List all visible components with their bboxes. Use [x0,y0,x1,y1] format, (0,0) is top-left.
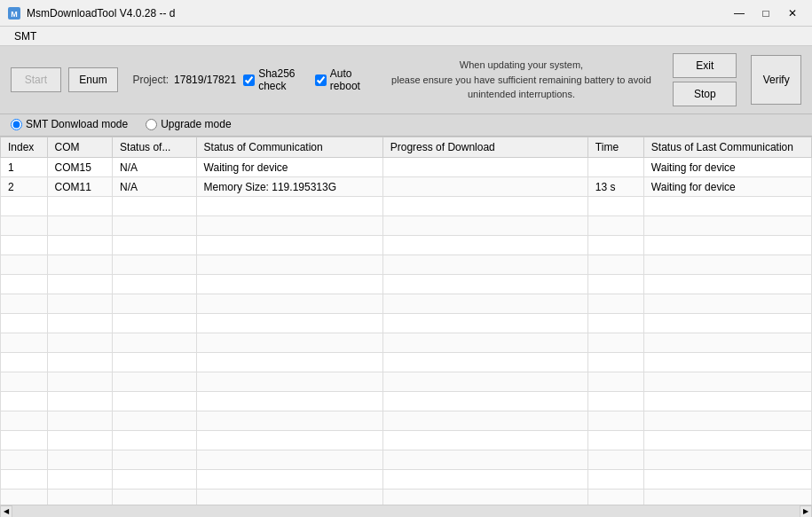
table-header-row: Index COM Status of... Status of Communi… [1,137,812,158]
verify-button[interactable]: Verify [751,55,801,105]
auto-reboot-checkbox[interactable] [315,74,327,86]
table-row: 1 COM15 N/A Waiting for device Waiting f… [1,158,812,177]
cell-last-comm: Waiting for device [643,158,811,177]
smt-mode-group: SMT Donwload mode [11,118,128,130]
upgrade-mode-radio[interactable] [146,119,157,130]
stop-button[interactable]: Stop [673,82,737,106]
smt-mode-radio[interactable] [11,119,22,130]
col-status-of-comm: Status of Communication [196,137,382,158]
cell-progress [382,158,587,177]
sha256-label: Sha256 check [258,67,308,92]
table-body: 1 COM15 N/A Waiting for device Waiting f… [1,158,812,505]
cell-status-of-comm: Memory Size: 119.195313G [196,177,382,197]
table-row-empty [1,275,812,294]
app-icon: M [7,6,21,20]
smt-mode-label: SMT Donwload mode [26,118,128,130]
table-row-empty [1,216,812,236]
table-row-empty [1,333,812,353]
cell-status-of: N/A [113,177,197,197]
title-text: MsmDownloadTool V4.0.28 -- d [27,7,175,20]
table-row-empty [1,411,812,431]
cell-time [587,158,643,177]
cell-status-of: N/A [113,158,197,177]
col-progress: Progress of Download [382,137,587,158]
table-row-empty [1,490,812,505]
table-row-empty [1,431,812,450]
table-row-empty [1,314,812,333]
title-bar-left: M MsmDownloadTool V4.0.28 -- d [7,6,175,20]
enum-button[interactable]: Enum [68,67,119,92]
table-row-empty [1,255,812,275]
main-table: Index COM Status of... Status of Communi… [0,137,812,505]
table-row-empty [1,372,812,392]
cell-progress [382,177,587,197]
table-row-empty [1,236,812,255]
upgrade-mode-label: Upgrade mode [161,118,231,130]
scroll-track[interactable] [12,505,800,518]
upgrade-mode-group: Upgrade mode [146,118,231,130]
start-button[interactable]: Start [11,67,61,92]
menu-item-smt[interactable]: SMT [7,28,43,44]
horizontal-scrollbar[interactable]: ◀ ▶ [0,505,812,517]
sha256-checkbox[interactable] [243,74,255,86]
cell-com: COM15 [47,158,113,177]
table-row-empty [1,197,812,216]
warning-exit-stop: When updating your system, please ensure… [377,58,666,102]
project-value: 17819/17821 [174,74,236,86]
col-time: Time [587,137,643,158]
toolbar: Start Enum Project: 17819/17821 Sha256 c… [0,46,812,114]
auto-reboot-group: Auto reboot [315,67,370,92]
table-row: 2 COM11 N/A Memory Size: 119.195313G 13 … [1,177,812,197]
col-status-of: Status of... [113,137,197,158]
cell-index: 2 [1,177,48,197]
table-row-empty [1,294,812,314]
svg-text:M: M [11,10,18,19]
table-row-empty [1,353,812,372]
scroll-right-arrow[interactable]: ▶ [800,505,812,518]
title-controls: — □ ✕ [727,4,805,23]
sha256-group: Sha256 check [243,67,308,92]
cell-com: COM11 [47,177,113,197]
table-row-empty [1,470,812,490]
mode-row: SMT Donwload mode Upgrade mode [0,114,812,137]
scroll-left-arrow[interactable]: ◀ [0,505,12,518]
exit-button[interactable]: Exit [673,53,737,78]
project-info: Project: 17819/17821 [132,74,236,86]
title-bar: M MsmDownloadTool V4.0.28 -- d — □ ✕ [0,0,812,27]
warning-text: When updating your system, please ensure… [377,58,666,102]
minimize-button[interactable]: — [727,4,752,23]
cell-index: 1 [1,158,48,177]
maximize-button[interactable]: □ [753,4,778,23]
main-table-container: Index COM Status of... Status of Communi… [0,137,812,505]
auto-reboot-label: Auto reboot [330,67,370,92]
col-last-comm: Status of Last Communication [643,137,811,158]
exit-stop-group: Exit Stop [673,53,737,106]
cell-time: 13 s [587,177,643,197]
col-index: Index [1,137,48,158]
cell-status-of-comm: Waiting for device [196,158,382,177]
project-label: Project: [132,74,169,86]
table-row-empty [1,392,812,411]
close-button[interactable]: ✕ [780,4,805,23]
col-com: COM [47,137,113,158]
menu-bar: SMT [0,27,812,46]
cell-last-comm: Waiting for device [643,177,811,197]
table-row-empty [1,450,812,470]
